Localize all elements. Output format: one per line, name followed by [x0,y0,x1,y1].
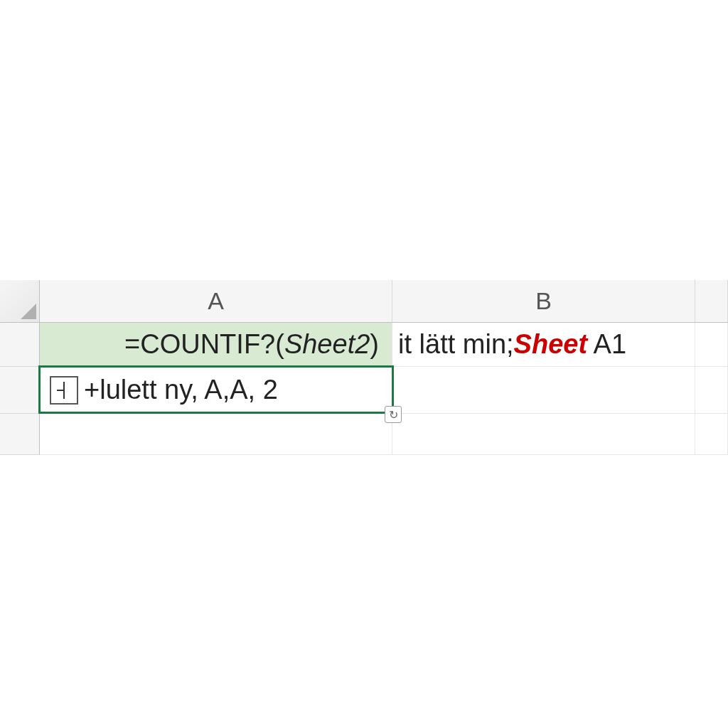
cell-a1[interactable]: =COUNTIF?(Sheet2) [40,323,392,367]
cell-b1-content: it lätt min;Sheet A1 [398,329,626,360]
cell-c2[interactable] [695,367,728,414]
select-all-corner[interactable] [0,280,40,323]
cell-a3[interactable] [40,414,392,455]
cell-c1[interactable] [695,323,728,367]
smart-tag-icon[interactable]: ↻ [385,406,402,423]
cell-b2[interactable] [392,367,695,414]
cell-a2-content: +lulett ny, A,A, 2 [84,375,278,405]
row-header-1[interactable] [0,323,40,367]
cell-b3[interactable] [392,414,695,455]
spreadsheet-grid[interactable]: A B =COUNTIF?(Sheet2) it lätt min;Sheet … [0,280,728,455]
text-cursor-icon [50,376,78,405]
row-3 [0,414,728,455]
cell-a2[interactable]: +lulett ny, A,A, 2 ↻ [40,367,392,414]
column-header-row: A B [0,280,728,323]
column-header-a[interactable]: A [40,280,392,323]
column-header-b[interactable]: B [392,280,695,323]
cell-b1[interactable]: it lätt min;Sheet A1 [392,323,695,367]
row-header-3[interactable] [0,414,40,455]
row-2: +lulett ny, A,A, 2 ↻ [0,367,728,414]
row-header-2[interactable] [0,367,40,414]
cell-a1-content: =COUNTIF?(Sheet2) [124,329,379,360]
cell-c3[interactable] [695,414,728,455]
column-header-c[interactable] [695,280,728,323]
row-1: =COUNTIF?(Sheet2) it lätt min;Sheet A1 [0,323,728,367]
